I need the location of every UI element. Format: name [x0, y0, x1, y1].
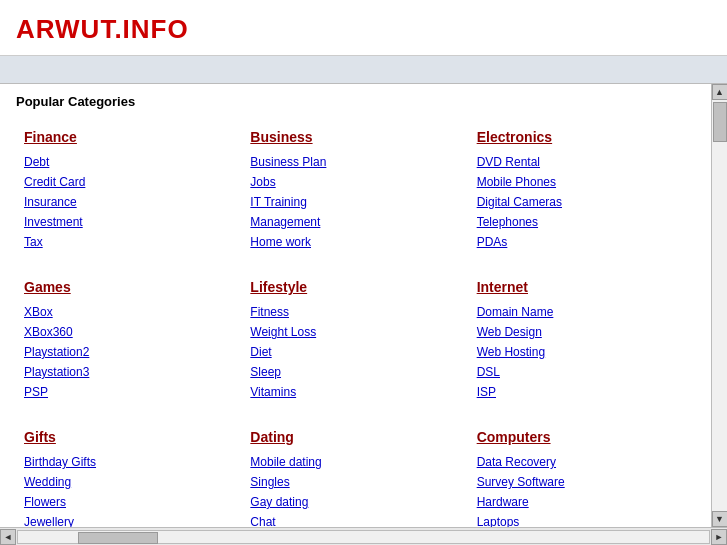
category-block-electronics: ElectronicsDVD RentalMobile PhonesDigita…: [469, 121, 695, 271]
bottom-bar: ◄ ►: [0, 527, 727, 545]
link-chat[interactable]: Chat: [250, 513, 460, 527]
link-debt[interactable]: Debt: [24, 153, 234, 171]
category-title-business[interactable]: Business: [250, 129, 312, 145]
category-block-finance: FinanceDebtCredit CardInsuranceInvestmen…: [16, 121, 242, 271]
category-block-computers: ComputersData RecoverySurvey SoftwareHar…: [469, 421, 695, 527]
scroll-track[interactable]: [712, 100, 727, 511]
category-links-business: Business PlanJobsIT TrainingManagementHo…: [250, 153, 460, 251]
link-mobile-phones[interactable]: Mobile Phones: [477, 173, 687, 191]
link-investment[interactable]: Investment: [24, 213, 234, 231]
category-title-lifestyle[interactable]: Lifestyle: [250, 279, 307, 295]
content-area: Popular Categories FinanceDebtCredit Car…: [0, 84, 727, 527]
site-logo: ARWUT.INFO: [16, 14, 189, 44]
category-links-lifestyle: FitnessWeight LossDietSleepVitamins: [250, 303, 460, 401]
link-birthday-gifts[interactable]: Birthday Gifts: [24, 453, 234, 471]
category-title-games[interactable]: Games: [24, 279, 71, 295]
link-digital-cameras[interactable]: Digital Cameras: [477, 193, 687, 211]
vertical-scrollbar[interactable]: ▲ ▼: [711, 84, 727, 527]
scroll-down-button[interactable]: ▼: [712, 511, 728, 527]
categories-grid: FinanceDebtCredit CardInsuranceInvestmen…: [16, 121, 695, 527]
link-diet[interactable]: Diet: [250, 343, 460, 361]
link-hardware[interactable]: Hardware: [477, 493, 687, 511]
category-links-games: XBoxXBox360Playstation2Playstation3PSP: [24, 303, 234, 401]
category-title-computers[interactable]: Computers: [477, 429, 551, 445]
link-xbox[interactable]: XBox: [24, 303, 234, 321]
link-data-recovery[interactable]: Data Recovery: [477, 453, 687, 471]
link-vitamins[interactable]: Vitamins: [250, 383, 460, 401]
category-block-dating: DatingMobile datingSinglesGay datingChat: [242, 421, 468, 527]
popular-categories-heading: Popular Categories: [16, 94, 695, 109]
link-dvd-rental[interactable]: DVD Rental: [477, 153, 687, 171]
link-mobile-dating[interactable]: Mobile dating: [250, 453, 460, 471]
category-links-computers: Data RecoverySurvey SoftwareHardwareLapt…: [477, 453, 687, 527]
link-fitness[interactable]: Fitness: [250, 303, 460, 321]
link-gay-dating[interactable]: Gay dating: [250, 493, 460, 511]
link-home-work[interactable]: Home work: [250, 233, 460, 251]
link-laptops[interactable]: Laptops: [477, 513, 687, 527]
link-survey-software[interactable]: Survey Software: [477, 473, 687, 491]
category-block-games: GamesXBoxXBox360Playstation2Playstation3…: [16, 271, 242, 421]
link-wedding[interactable]: Wedding: [24, 473, 234, 491]
link-business-plan[interactable]: Business Plan: [250, 153, 460, 171]
category-title-gifts[interactable]: Gifts: [24, 429, 56, 445]
category-links-electronics: DVD RentalMobile PhonesDigital CamerasTe…: [477, 153, 687, 251]
link-telephones[interactable]: Telephones: [477, 213, 687, 231]
category-title-internet[interactable]: Internet: [477, 279, 528, 295]
link-domain-name[interactable]: Domain Name: [477, 303, 687, 321]
category-links-dating: Mobile datingSinglesGay datingChat: [250, 453, 460, 527]
category-block-gifts: GiftsBirthday GiftsWeddingFlowersJewelle…: [16, 421, 242, 527]
category-block-business: BusinessBusiness PlanJobsIT TrainingMana…: [242, 121, 468, 271]
category-title-finance[interactable]: Finance: [24, 129, 77, 145]
category-title-electronics[interactable]: Electronics: [477, 129, 552, 145]
scroll-left-button[interactable]: ◄: [0, 529, 16, 545]
link-management[interactable]: Management: [250, 213, 460, 231]
link-playstation2[interactable]: Playstation2: [24, 343, 234, 361]
link-isp[interactable]: ISP: [477, 383, 687, 401]
link-xbox360[interactable]: XBox360: [24, 323, 234, 341]
hscroll-thumb[interactable]: [78, 532, 158, 544]
link-playstation3[interactable]: Playstation3: [24, 363, 234, 381]
link-insurance[interactable]: Insurance: [24, 193, 234, 211]
link-singles[interactable]: Singles: [250, 473, 460, 491]
link-jobs[interactable]: Jobs: [250, 173, 460, 191]
horizontal-scrollbar[interactable]: ◄ ►: [0, 528, 727, 545]
category-links-finance: DebtCredit CardInsuranceInvestmentTax: [24, 153, 234, 251]
link-web-hosting[interactable]: Web Hosting: [477, 343, 687, 361]
main-scroll-area[interactable]: Popular Categories FinanceDebtCredit Car…: [0, 84, 711, 527]
scroll-thumb[interactable]: [713, 102, 727, 142]
link-pdas[interactable]: PDAs: [477, 233, 687, 251]
category-links-internet: Domain NameWeb DesignWeb HostingDSLISP: [477, 303, 687, 401]
scroll-up-button[interactable]: ▲: [712, 84, 728, 100]
category-title-dating[interactable]: Dating: [250, 429, 294, 445]
link-sleep[interactable]: Sleep: [250, 363, 460, 381]
link-tax[interactable]: Tax: [24, 233, 234, 251]
link-web-design[interactable]: Web Design: [477, 323, 687, 341]
link-flowers[interactable]: Flowers: [24, 493, 234, 511]
link-jewellery[interactable]: Jewellery: [24, 513, 234, 527]
scroll-right-button[interactable]: ►: [711, 529, 727, 545]
hscroll-track[interactable]: [17, 530, 710, 544]
category-block-lifestyle: LifestyleFitnessWeight LossDietSleepVita…: [242, 271, 468, 421]
link-psp[interactable]: PSP: [24, 383, 234, 401]
site-header: ARWUT.INFO: [0, 0, 727, 56]
category-links-gifts: Birthday GiftsWeddingFlowersJewellery: [24, 453, 234, 527]
category-block-internet: InternetDomain NameWeb DesignWeb Hosting…: [469, 271, 695, 421]
link-it-training[interactable]: IT Training: [250, 193, 460, 211]
nav-bar: [0, 56, 727, 84]
link-dsl[interactable]: DSL: [477, 363, 687, 381]
link-credit-card[interactable]: Credit Card: [24, 173, 234, 191]
link-weight-loss[interactable]: Weight Loss: [250, 323, 460, 341]
